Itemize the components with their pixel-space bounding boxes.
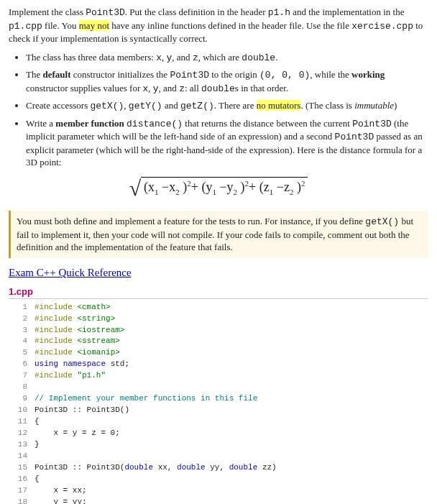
- code-line: 10Point3D :: Point3D(): [9, 405, 428, 416]
- sqrt-icon: √: [129, 176, 141, 200]
- code-text: // Implement your member functions in th…: [34, 393, 257, 405]
- code-line: 17 x = xx;: [9, 485, 428, 497]
- code-text: Point3D :: Point3D(): [34, 405, 129, 416]
- code-line: 5#include <iomanip>: [9, 347, 428, 359]
- line-number: 18: [9, 497, 34, 504]
- code-text: #include "p1.h": [34, 370, 106, 382]
- code-text: x = y = z = 0;: [34, 428, 120, 439]
- bullet-distance: Write a member function distance() that …: [26, 117, 428, 169]
- code-text: {: [34, 474, 40, 485]
- line-number: 2: [9, 313, 34, 325]
- line-number: 13: [9, 439, 34, 451]
- src-file: p1.cpp: [9, 21, 42, 32]
- code-line: 14: [9, 451, 428, 462]
- bullet-data-members: The class has three data members: x, y, …: [26, 51, 428, 65]
- line-number: 8: [9, 382, 34, 393]
- line-number: 11: [9, 416, 34, 428]
- txt: file. You: [42, 20, 79, 31]
- line-number: 14: [9, 451, 34, 462]
- code-text: #include <iostream>: [34, 325, 124, 336]
- line-number: 6: [9, 359, 34, 370]
- bullet-accessors: Create accessors getX(), getY() and getZ…: [26, 99, 428, 113]
- code-line: 7#include "p1.h": [9, 370, 428, 382]
- code-text: using namespace std;: [34, 359, 129, 370]
- code-line: 15Point3D :: Point3D(double xx, double y…: [9, 462, 428, 474]
- txt: . Put the class definition in the header: [125, 6, 268, 17]
- intro-paragraph: Implement the class Point3D. Put the cla…: [9, 6, 428, 45]
- code-line: 18 y = yy;: [9, 497, 428, 504]
- code-text: #include <sstream>: [34, 336, 120, 347]
- warning-note: You must both define and implement a fea…: [9, 211, 428, 258]
- code-line: 1#include <cmath>: [9, 302, 428, 313]
- code-filename: 1.cpp: [9, 286, 428, 297]
- code-editor: 1#include <cmath>2#include <string>3#inc…: [9, 298, 428, 504]
- distance-formula: √ (x1 −x2 )2+ (y1 −y2 )2+ (z1 −z2 )2: [9, 176, 428, 201]
- code-line: 13}: [9, 439, 428, 451]
- line-number: 12: [9, 428, 34, 439]
- line-number: 3: [9, 325, 34, 336]
- line-number: 15: [9, 462, 34, 474]
- header-file: p1.h: [268, 7, 290, 18]
- radicand: (x1 −x2 )2+ (y1 −y2 )2+ (z1 −z2 )2: [141, 177, 308, 196]
- code-text: #include <cmath>: [34, 302, 111, 313]
- code-line: 6using namespace std;: [9, 359, 428, 370]
- code-text: x = xx;: [34, 485, 87, 497]
- txt: have any inline functions defined in the…: [109, 20, 351, 31]
- code-line: 9// Implement your member functions in t…: [9, 393, 428, 405]
- code-line: 11{: [9, 416, 428, 428]
- line-number: 7: [9, 370, 34, 382]
- code-text: {: [34, 416, 40, 428]
- line-number: 17: [9, 485, 34, 497]
- code-line: 16{: [9, 474, 428, 485]
- code-text: #include <string>: [34, 313, 115, 325]
- line-number: 5: [9, 347, 34, 359]
- code-line: 8: [9, 382, 428, 393]
- highlight-may-not: may not: [79, 20, 109, 31]
- requirements-list: The class has three data members: x, y, …: [9, 51, 428, 169]
- txt: and the implementation in the: [290, 6, 405, 17]
- code-text: y = yy;: [34, 497, 87, 504]
- quick-reference-link[interactable]: Exam C++ Quick Reference: [9, 267, 132, 278]
- line-number: 9: [9, 393, 34, 405]
- code-line: 3#include <iostream>: [9, 325, 428, 336]
- line-number: 16: [9, 474, 34, 485]
- code-line: 2#include <string>: [9, 313, 428, 325]
- bullet-constructors: The default constructor initializes the …: [26, 68, 428, 95]
- class-name: Point3D: [86, 7, 125, 18]
- code-text: #include <iomanip>: [34, 347, 120, 359]
- code-line: 12 x = y = z = 0;: [9, 428, 428, 439]
- highlight-no-mutators: no mutators: [257, 100, 301, 111]
- code-line: 4#include <sstream>: [9, 336, 428, 347]
- reference-link-row: Exam C++ Quick Reference: [9, 267, 428, 279]
- code-text: Point3D :: Point3D(double xx, double yy,…: [34, 462, 277, 474]
- line-number: 10: [9, 405, 34, 416]
- xercise-file: xercise.cpp: [351, 21, 413, 32]
- txt: Implement the class: [9, 6, 86, 17]
- line-number: 4: [9, 336, 34, 347]
- line-number: 1: [9, 302, 34, 313]
- code-text: }: [34, 439, 40, 451]
